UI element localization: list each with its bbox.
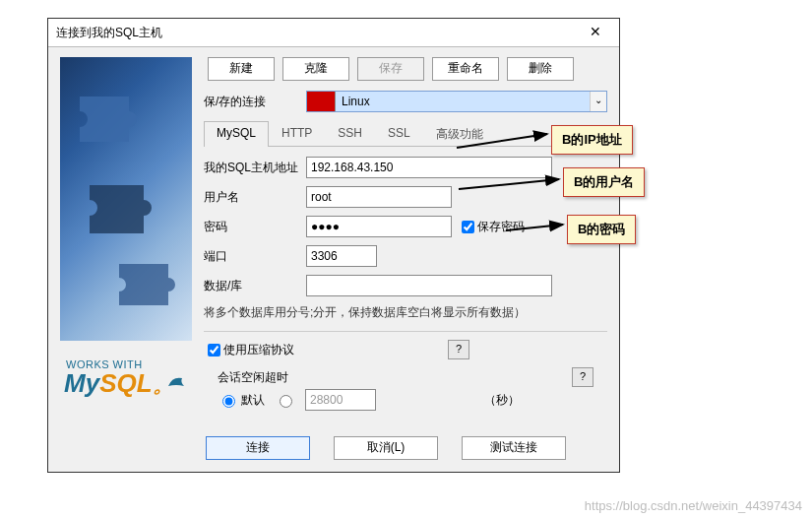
chevron-down-icon[interactable]: ⌄ [590,92,606,111]
help-compress-button[interactable]: ? [448,340,469,359]
callout-user: B的用户名 [563,167,645,197]
saved-connection-combo[interactable]: Linux ⌄ [306,91,607,112]
tabs: MySQL HTTP SSH SSL 高级功能 [204,120,607,147]
close-button[interactable]: ✕ [580,23,611,42]
idle-radio-group: 默认 28800 （秒） [218,389,607,411]
port-label: 端口 [204,248,306,265]
user-input[interactable]: root [306,186,452,208]
compress-checkbox[interactable]: 使用压缩协议 [204,341,294,359]
mysql-logo: WORKS WITH MySQL。 [60,355,192,421]
callout-pass: B的密码 [567,215,636,244]
tab-mysql[interactable]: MySQL [204,121,269,147]
saved-connection-value: Linux [336,92,590,111]
db-label: 数据/库 [204,278,306,294]
test-button[interactable]: 测试连接 [462,436,566,460]
help-idle-button[interactable]: ? [572,367,593,387]
save-password-check[interactable] [462,221,474,233]
saved-label: 保/存的连接 [204,94,306,110]
port-input[interactable]: 3306 [306,245,377,267]
idle-default-radio[interactable]: 默认 [218,392,265,409]
pass-input[interactable]: ●●●● [306,216,452,237]
compress-label: 使用压缩协议 [223,342,294,358]
connection-color-swatch [307,92,336,111]
save-password-checkbox[interactable]: 保存密码 [458,218,525,236]
watermark: https://blog.csdn.net/weixin_44397434 [585,498,802,513]
connect-button[interactable]: 连接 [206,436,310,460]
separator [204,331,607,332]
titlebar: 连接到我的SQL主机 ✕ [48,19,619,47]
connection-dialog: 连接到我的SQL主机 ✕ WORKS WITH MySQL。 [47,18,620,473]
save-password-label: 保存密码 [477,219,525,235]
window-title: 连接到我的SQL主机 [56,25,162,41]
mysql-form: 我的SQL主机地址 192.168.43.150 用户名 root 密码 ●●●… [204,147,607,411]
user-label: 用户名 [204,189,306,206]
db-input[interactable] [306,275,552,296]
main-panel: 新建 克隆 保存 重命名 删除 保/存的连接 Linux ⌄ MySQL HTT… [204,57,607,421]
dolphin-icon [166,374,186,388]
clone-button[interactable]: 克隆 [282,57,349,81]
idle-unit: （秒） [484,392,520,409]
idle-custom-radio[interactable] [275,392,295,408]
callout-ip: B的IP地址 [551,125,633,155]
host-label: 我的SQL主机地址 [204,160,306,176]
sidebar: WORKS WITH MySQL。 [60,57,192,421]
tab-ssl[interactable]: SSL [375,121,423,147]
tab-ssh[interactable]: SSH [325,121,375,147]
footer: 连接 取消(L) 测试连接 [48,428,619,472]
saved-connection-row: 保/存的连接 Linux ⌄ [204,91,607,112]
compress-check[interactable] [208,344,220,357]
delete-button[interactable]: 删除 [507,57,574,81]
pass-label: 密码 [204,219,306,235]
db-hint: 将多个数据库用分号;分开，保持数据库空白将显示所有数据） [204,304,607,321]
tab-advanced[interactable]: 高级功能 [423,121,496,147]
new-button[interactable]: 新建 [208,57,275,81]
idle-label: 会话空闲超时 [218,369,288,386]
decorative-puzzle-image [60,57,192,341]
host-input[interactable]: 192.168.43.150 [306,157,552,178]
toolbar: 新建 克隆 保存 重命名 删除 [208,57,607,81]
idle-custom-input[interactable]: 28800 [305,389,376,411]
save-button: 保存 [357,57,424,81]
rename-button[interactable]: 重命名 [432,57,499,81]
cancel-button[interactable]: 取消(L) [334,436,438,460]
tab-http[interactable]: HTTP [269,121,325,147]
